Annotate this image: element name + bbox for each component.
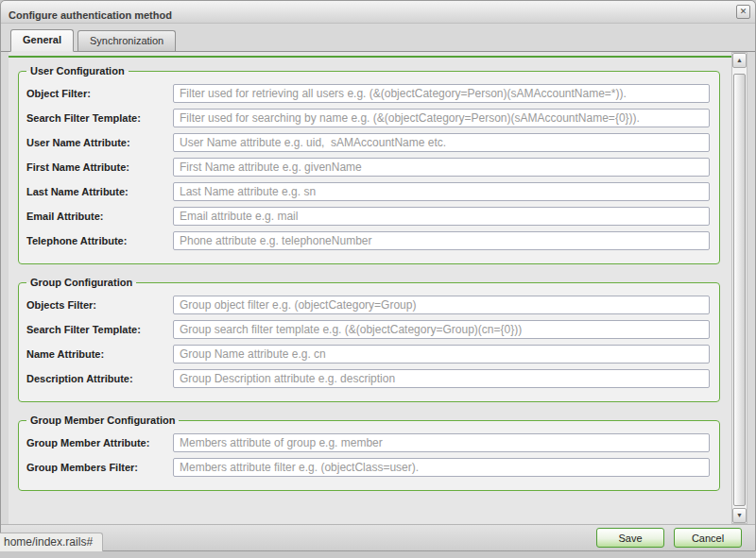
form-field-row: Last Name Attribute: [26, 182, 710, 201]
field-label: First Name Attribute: [26, 161, 173, 173]
fieldset-user-configuration: User Configuration Object Filter: Search… [18, 65, 720, 264]
field-label: Last Name Attribute: [26, 186, 173, 197]
field-label: Group Member Attribute: [26, 437, 173, 448]
telephone-attribute-input[interactable] [173, 231, 710, 250]
field-label: Description Attribute: [26, 373, 173, 384]
scroll-down-icon[interactable]: ▼ [732, 508, 747, 523]
field-label: Group Members Filter: [26, 462, 173, 473]
cancel-button[interactable]: Cancel [674, 528, 742, 548]
form-sections: User Configuration Object Filter: Search… [9, 58, 731, 524]
field-label: Name Attribute: [26, 348, 173, 360]
field-label: Telephone Attribute: [26, 235, 173, 246]
user-name-attribute-input[interactable] [173, 133, 710, 152]
group-member-attribute-input[interactable] [173, 433, 710, 452]
fieldset-legend: Group Configuration [26, 277, 136, 288]
form-column: User Configuration Object Filter: Search… [9, 52, 731, 524]
first-name-attribute-input[interactable] [173, 158, 710, 177]
email-attribute-input[interactable] [173, 207, 710, 226]
search-filter-template-input[interactable] [173, 109, 710, 127]
form-field-row: User Name Attribute: [26, 133, 710, 152]
form-field-row: Telephone Attribute: [26, 231, 710, 250]
group-members-filter-input[interactable] [173, 458, 710, 477]
dialog-titlebar[interactable]: Configure authentication method ✕ [1, 1, 755, 24]
fieldset-fields: Group Member Attribute: Group Members Fi… [26, 433, 710, 477]
objects-filter-input[interactable] [173, 296, 710, 314]
save-button[interactable]: Save [596, 528, 664, 548]
fieldset-legend: Group Member Configuration [26, 414, 179, 426]
description-attribute-input[interactable] [173, 369, 710, 388]
form-field-row: Group Members Filter: [26, 458, 710, 477]
configure-auth-dialog: Configure authentication method ✕ Genera… [0, 0, 756, 551]
form-field-row: Search Filter Template: [26, 320, 710, 339]
scrollbar-thumb[interactable] [733, 74, 746, 506]
tab-general[interactable]: General [10, 29, 74, 52]
status-bar: home/index.rails# [0, 533, 103, 551]
tab-synchronization[interactable]: Synchronization [77, 30, 176, 51]
field-label: Objects Filter: [26, 299, 173, 311]
dialog-footer: Save Cancel [1, 524, 755, 550]
tabstrip: General Synchronization [1, 24, 755, 52]
scrollbar-track[interactable] [732, 68, 747, 508]
form-field-row: First Name Attribute: [26, 158, 710, 177]
field-label: Search Filter Template: [26, 112, 173, 124]
scroll-up-icon[interactable]: ▲ [732, 53, 747, 68]
form-field-row: Group Member Attribute: [26, 433, 710, 452]
form-field-row: Name Attribute: [26, 345, 710, 364]
fieldset-fields: Object Filter: Search Filter Template: U… [26, 84, 710, 250]
fieldset-group-configuration: Group Configuration Objects Filter: Sear… [18, 277, 720, 402]
field-label: User Name Attribute: [26, 137, 173, 148]
fieldset-fields: Objects Filter: Search Filter Template: … [26, 296, 710, 388]
dialog-title: Configure authentication method [9, 9, 172, 21]
field-label: Email Attribute: [26, 211, 173, 222]
fieldset-legend: User Configuration [26, 65, 129, 76]
form-field-row: Object Filter: [26, 84, 710, 103]
form-field-row: Search Filter Template: [26, 109, 710, 127]
tab-panel-general: User Configuration Object Filter: Search… [9, 52, 747, 524]
last-name-attribute-input[interactable] [173, 182, 710, 201]
form-field-row: Email Attribute: [26, 207, 710, 226]
field-label: Search Filter Template: [26, 324, 173, 335]
vertical-scrollbar[interactable]: ▲ ▼ [731, 52, 747, 524]
form-field-row: Description Attribute: [26, 369, 710, 388]
fieldset-group-member-configuration: Group Member Configuration Group Member … [18, 414, 720, 491]
name-attribute-input[interactable] [173, 345, 710, 364]
field-label: Object Filter: [26, 88, 173, 99]
form-field-row: Objects Filter: [26, 296, 710, 314]
search-filter-template-input[interactable] [173, 320, 710, 339]
object-filter-input[interactable] [173, 84, 710, 103]
close-icon[interactable]: ✕ [736, 5, 750, 19]
